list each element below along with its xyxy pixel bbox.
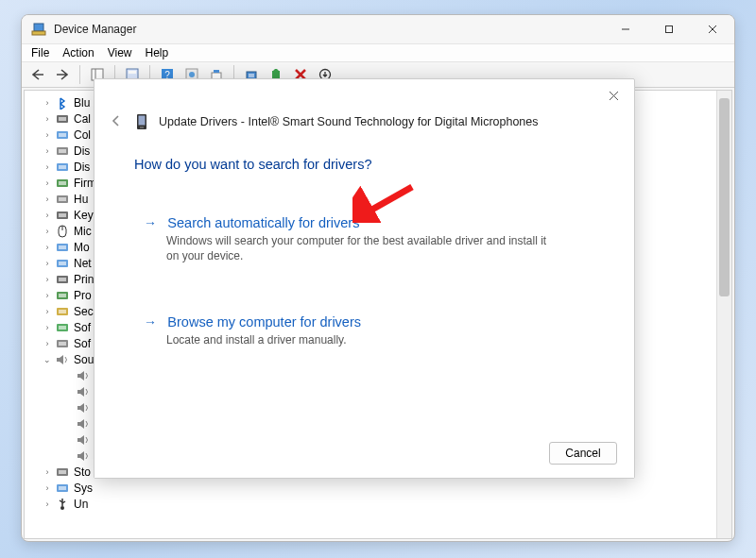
chevron-right-icon[interactable]: › <box>42 306 53 317</box>
svg-rect-15 <box>214 70 219 73</box>
camera-icon <box>55 112 70 126</box>
svg-rect-25 <box>59 133 66 137</box>
chevron-right-icon[interactable]: › <box>42 210 53 221</box>
svg-rect-61 <box>139 116 146 126</box>
dialog-question: How do you want to search for drivers? <box>134 157 634 172</box>
svg-rect-23 <box>59 117 66 121</box>
audio-icon <box>76 401 91 414</box>
chevron-right-icon[interactable]: › <box>42 226 53 237</box>
chevron-right-icon[interactable]: › <box>42 338 53 349</box>
svg-point-13 <box>189 72 195 77</box>
tree-item[interactable]: ›Sys <box>30 480 716 496</box>
sound-icon <box>55 353 70 366</box>
back-button[interactable] <box>27 64 48 85</box>
dialog-close-button[interactable] <box>600 85 627 106</box>
spacer-icon <box>62 418 74 430</box>
tree-item-label: Sys <box>74 482 93 495</box>
chevron-right-icon[interactable]: › <box>42 113 53 125</box>
chevron-right-icon[interactable]: › <box>42 322 53 333</box>
forward-button[interactable] <box>52 64 73 85</box>
svg-rect-55 <box>59 486 66 490</box>
option-browse-computer[interactable]: → Browse my computer for drivers Locate … <box>134 305 588 357</box>
chevron-right-icon[interactable]: › <box>42 258 53 269</box>
window-title: Device Manager <box>54 23 136 36</box>
tree-item-label: Hu <box>74 193 88 206</box>
audio-icon <box>76 433 91 447</box>
chevron-right-icon[interactable]: › <box>42 242 53 253</box>
tree-item-label: Sof <box>74 337 91 350</box>
network-icon <box>55 257 70 270</box>
hid-icon <box>55 193 70 206</box>
tree-item-label: Mic <box>74 225 92 238</box>
device-icon <box>136 113 149 130</box>
svg-rect-31 <box>59 181 66 185</box>
svg-rect-27 <box>59 149 66 153</box>
title-bar: Device Manager <box>22 15 734 43</box>
svg-rect-29 <box>59 165 66 169</box>
svg-rect-35 <box>59 213 66 217</box>
menu-bar: File Action View Help <box>22 43 734 62</box>
option-title: Search automatically for drivers <box>167 215 359 230</box>
chevron-down-icon[interactable]: ⌄ <box>42 354 53 365</box>
chevron-right-icon[interactable]: › <box>42 466 53 478</box>
security-icon <box>55 305 70 318</box>
chevron-right-icon[interactable]: › <box>42 274 53 285</box>
audio-icon <box>76 385 91 398</box>
svg-rect-39 <box>59 245 66 249</box>
chevron-right-icon[interactable]: › <box>42 290 53 301</box>
audio-icon <box>76 369 91 382</box>
close-button[interactable] <box>691 15 734 43</box>
tree-item-label: Mo <box>74 241 90 254</box>
svg-rect-45 <box>59 294 66 297</box>
audio-icon <box>76 417 91 431</box>
svg-rect-41 <box>59 262 66 265</box>
display-icon <box>55 161 70 174</box>
bluetooth-icon <box>55 96 70 110</box>
spacer-icon <box>62 434 74 446</box>
printer-icon <box>55 273 70 286</box>
disk-icon <box>55 144 70 158</box>
svg-rect-51 <box>59 342 66 346</box>
scrollbar-thumb[interactable] <box>719 98 730 296</box>
menu-help[interactable]: Help <box>146 46 169 59</box>
keyboard-icon <box>55 209 70 222</box>
tree-item-label: Cal <box>74 112 91 126</box>
dialog-back-button[interactable] <box>110 114 127 130</box>
tree-item-label: Sou <box>74 353 94 366</box>
svg-rect-0 <box>34 24 43 31</box>
chevron-right-icon[interactable]: › <box>42 194 53 205</box>
chevron-right-icon[interactable]: › <box>42 482 53 494</box>
tree-item-label: Col <box>74 128 91 142</box>
menu-file[interactable]: File <box>31 46 49 59</box>
chevron-right-icon[interactable]: › <box>42 145 53 157</box>
tree-item-label: Un <box>74 498 88 511</box>
tree-item-label: Prin <box>74 273 94 286</box>
option-search-automatically[interactable]: → Search automatically for drivers Windo… <box>134 206 588 273</box>
system-icon <box>55 482 70 495</box>
chevron-right-icon[interactable]: › <box>42 129 53 141</box>
minimize-button[interactable] <box>604 15 647 43</box>
update-drivers-dialog: Update Drivers - Intel® Smart Sound Tech… <box>94 78 635 479</box>
option-title: Browse my computer for drivers <box>167 314 361 330</box>
arrow-right-icon: → <box>144 215 157 230</box>
cancel-button[interactable]: Cancel <box>549 442 617 465</box>
chip-icon <box>55 177 70 190</box>
maximize-button[interactable] <box>647 15 691 43</box>
tree-item-label: Sec <box>74 305 94 318</box>
svg-rect-33 <box>59 197 66 201</box>
chevron-right-icon[interactable]: › <box>42 97 53 109</box>
menu-view[interactable]: View <box>108 46 132 59</box>
menu-action[interactable]: Action <box>62 46 94 59</box>
svg-rect-9 <box>129 71 136 74</box>
tree-item-label: Sto <box>74 465 91 479</box>
vertical-scrollbar[interactable] <box>716 91 731 538</box>
tree-item-label: Net <box>74 257 92 270</box>
chevron-right-icon[interactable]: › <box>42 499 53 510</box>
svg-point-56 <box>60 506 64 510</box>
chevron-right-icon[interactable]: › <box>42 178 53 189</box>
tree-item-label: Sof <box>74 321 91 334</box>
tree-item-label: Dis <box>74 161 90 174</box>
tree-item[interactable]: ›Un <box>30 496 716 512</box>
audio-icon <box>76 449 91 463</box>
chevron-right-icon[interactable]: › <box>42 161 53 173</box>
